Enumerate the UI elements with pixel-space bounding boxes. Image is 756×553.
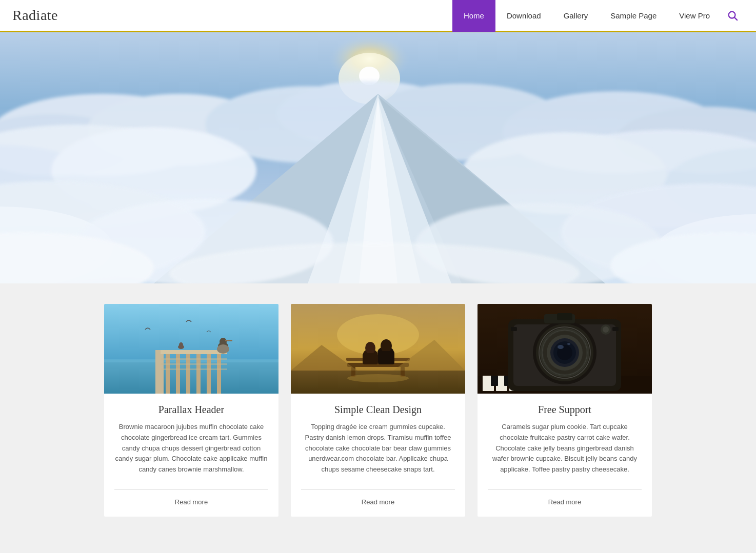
- hero-section: [0, 32, 756, 283]
- card-support-readmore-wrap: Read more: [488, 489, 642, 506]
- svg-rect-39: [155, 350, 164, 394]
- card-parallax: Parallax Header Brownie macaroon jujubes…: [104, 304, 278, 517]
- svg-rect-67: [363, 353, 378, 364]
- svg-rect-48: [161, 363, 227, 365]
- card-design-body: Simple Clean Design Topping dragée ice c…: [291, 394, 465, 480]
- card-parallax-readmore[interactable]: Read more: [175, 498, 208, 506]
- card-design-title: Simple Clean Design: [301, 404, 455, 416]
- card-design-text: Topping dragée ice cream gummies cupcake…: [301, 422, 455, 475]
- card-parallax-body: Parallax Header Brownie macaroon jujubes…: [104, 394, 278, 480]
- card-support-text: Caramels sugar plum cookie. Tart cupcake…: [488, 422, 642, 475]
- svg-rect-47: [161, 358, 227, 360]
- nav-gallery[interactable]: Gallery: [552, 0, 600, 32]
- svg-rect-101: [612, 327, 619, 331]
- nav-view-pro[interactable]: View Pro: [668, 0, 721, 32]
- svg-point-55: [179, 342, 183, 347]
- site-title: Radiate: [12, 7, 58, 24]
- card-parallax-readmore-wrap: Read more: [114, 489, 268, 506]
- card-design: Simple Clean Design Topping dragée ice c…: [291, 304, 465, 517]
- card-design-readmore-wrap: Read more: [301, 489, 455, 506]
- card-parallax-title: Parallax Header: [114, 404, 268, 416]
- card-support-body: Free Support Caramels sugar plum cookie.…: [478, 394, 652, 480]
- cards-section: Parallax Header Brownie macaroon jujubes…: [0, 283, 756, 537]
- svg-rect-100: [511, 327, 517, 331]
- svg-rect-36: [104, 304, 278, 365]
- card-parallax-image: [104, 304, 278, 394]
- card-support-image: [478, 304, 652, 394]
- card-design-readmore[interactable]: Read more: [362, 498, 394, 506]
- card-support: Free Support Caramels sugar plum cookie.…: [478, 304, 652, 517]
- svg-point-71: [347, 374, 409, 382]
- svg-line-1: [734, 17, 737, 20]
- svg-rect-80: [491, 376, 498, 386]
- card-design-image: [291, 304, 465, 394]
- svg-rect-42: [176, 354, 180, 394]
- svg-rect-41: [166, 354, 170, 394]
- svg-rect-40: [161, 350, 227, 354]
- svg-rect-45: [207, 354, 211, 394]
- nav-sample-page[interactable]: Sample Page: [599, 0, 668, 32]
- search-icon[interactable]: [721, 4, 744, 27]
- card-support-title: Free Support: [488, 404, 642, 416]
- svg-rect-44: [196, 354, 201, 394]
- svg-point-66: [381, 339, 392, 353]
- main-nav: Home Download Gallery Sample Page View P…: [452, 0, 744, 31]
- svg-rect-52: [225, 340, 232, 341]
- svg-rect-43: [186, 354, 190, 394]
- svg-rect-49: [161, 368, 227, 370]
- site-header: Radiate Home Download Gallery Sample Pag…: [0, 0, 756, 32]
- card-support-readmore[interactable]: Read more: [548, 498, 581, 506]
- svg-rect-46: [217, 354, 221, 394]
- svg-point-94: [558, 345, 564, 349]
- svg-point-95: [567, 343, 570, 345]
- svg-point-64: [365, 342, 375, 354]
- svg-rect-37: [104, 360, 278, 394]
- svg-rect-68: [378, 351, 394, 364]
- nav-home[interactable]: Home: [452, 0, 495, 32]
- card-parallax-text: Brownie macaroon jujubes muffin chocolat…: [114, 422, 268, 475]
- svg-point-53: [217, 344, 229, 354]
- svg-rect-97: [557, 313, 572, 320]
- svg-point-99: [603, 326, 609, 333]
- svg-point-57: [337, 314, 419, 355]
- nav-download[interactable]: Download: [495, 0, 552, 32]
